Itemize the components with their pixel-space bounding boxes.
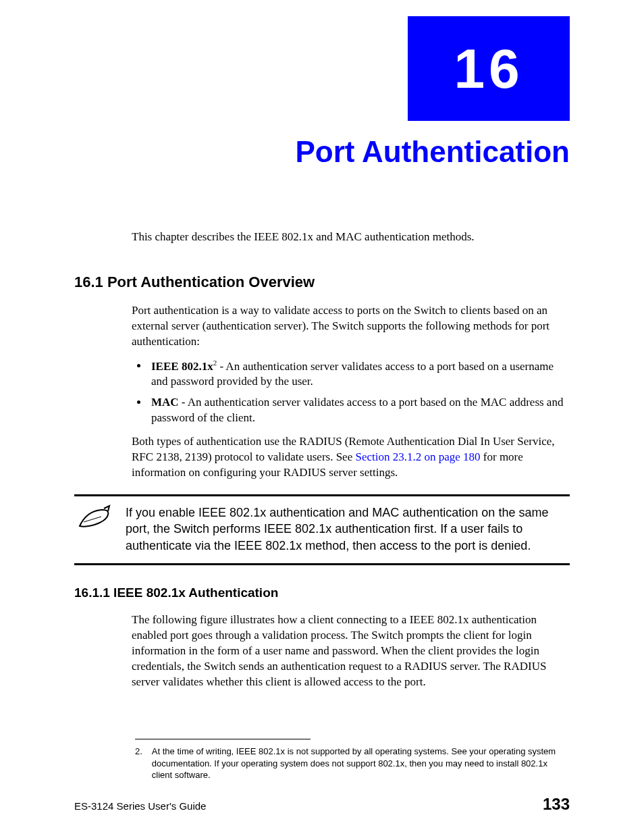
chapter-intro: This chapter describes the IEEE 802.1x a…	[132, 230, 570, 245]
footnote: 2. At the time of writing, IEEE 802.1x i…	[135, 746, 570, 781]
note-callout: If you enable IEEE 802.1x authentication…	[74, 494, 570, 565]
note-icon	[74, 504, 115, 533]
bullet-bold: MAC	[151, 396, 179, 409]
section-16-1-1-p1: The following figure illustrates how a c…	[132, 613, 570, 690]
bullet-text: - An authentication server validates acc…	[151, 396, 563, 424]
list-item: MAC - An authentication server validates…	[149, 395, 570, 426]
chapter-number: 16	[454, 37, 523, 101]
chapter-title: Port Authentication	[74, 135, 570, 169]
note-text: If you enable IEEE 802.1x authentication…	[126, 504, 570, 554]
page-number: 133	[543, 795, 570, 814]
cross-reference-link[interactable]: Section 23.1.2 on page 180	[355, 450, 480, 463]
footnote-separator	[135, 739, 311, 739]
footnote-text: At the time of writing, IEEE 802.1x is n…	[152, 746, 570, 781]
page-footer: ES-3124 Series User's Guide 133	[74, 795, 570, 814]
auth-methods-list: IEEE 802.1x2 - An authentication server …	[149, 358, 570, 426]
footer-book-title: ES-3124 Series User's Guide	[74, 800, 206, 812]
bullet-bold: IEEE 802.1x	[151, 359, 213, 372]
section-16-1-p1: Port authentication is a way to validate…	[132, 303, 570, 350]
list-item: IEEE 802.1x2 - An authentication server …	[149, 358, 570, 390]
chapter-number-box: 16	[408, 16, 570, 121]
svg-line-0	[84, 517, 101, 522]
section-heading-16-1: 16.1 Port Authentication Overview	[74, 273, 570, 291]
section-16-1-p2: Both types of authentication use the RAD…	[132, 434, 570, 481]
section-heading-16-1-1: 16.1.1 IEEE 802.1x Authentication	[74, 585, 570, 600]
footnote-number: 2.	[135, 746, 142, 781]
